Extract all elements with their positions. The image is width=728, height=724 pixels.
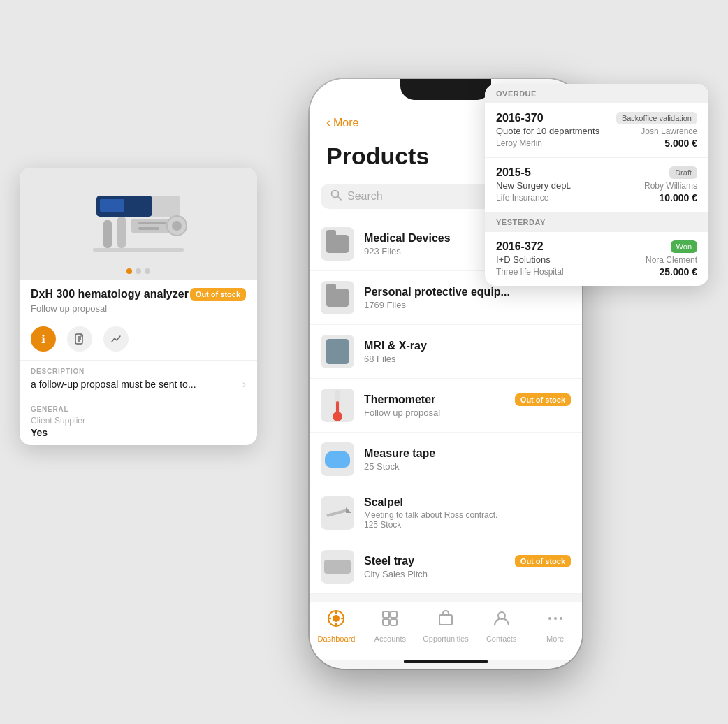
svg-rect-16 <box>391 619 397 625</box>
list-item[interactable]: Steel tray Out of stock City Sales Pitch <box>310 540 582 594</box>
nav-label-more: More <box>546 635 564 643</box>
dot-1 <box>126 268 132 274</box>
product-sub: City Sales Pitch <box>364 568 571 579</box>
nav-item-dashboard[interactable]: Dashboard <box>315 609 357 643</box>
product-name: Personal protective equip... <box>364 285 510 298</box>
product-name-row: Personal protective equip... <box>364 285 571 298</box>
chart-button[interactable] <box>103 326 129 352</box>
info-button[interactable]: ℹ <box>31 326 56 352</box>
product-thumbnail <box>321 389 354 422</box>
nav-label-contacts: Contacts <box>486 635 516 643</box>
overdue-amount: 5.000 € <box>664 138 697 149</box>
overdue-person: Roby Williams <box>644 181 697 191</box>
overdue-item[interactable]: 2015-5 Draft New Surgery dept. Roby Will… <box>485 158 708 212</box>
svg-marker-6 <box>346 507 351 513</box>
overdue-id: 2016-372 <box>496 240 544 253</box>
description-arrow-icon: › <box>242 378 246 391</box>
phone-notch <box>400 79 491 100</box>
more-icon <box>546 609 565 632</box>
overdue-row3: Quote for 10 departments Josh Lawrence <box>496 126 697 136</box>
svg-rect-5 <box>326 509 349 517</box>
product-thumbnail <box>321 496 354 530</box>
product-thumbnail <box>321 227 354 261</box>
search-icon <box>330 189 342 203</box>
nav-label-opportunities: Opportunities <box>423 635 468 643</box>
svg-rect-13 <box>383 611 389 618</box>
overdue-person: Nora Clement <box>646 255 697 265</box>
description-label: DESCRIPTION <box>31 368 246 375</box>
nav-item-more[interactable]: More <box>534 609 576 643</box>
product-sub: Meeting to talk about Ross contract.125 … <box>364 510 571 530</box>
bottom-nav: Dashboard Accounts <box>310 602 582 660</box>
product-thumbnail <box>321 335 354 368</box>
product-name-row: Thermometer Out of stock <box>364 393 571 405</box>
overdue-desc: I+D Solutions <box>496 254 551 265</box>
overdue-row1: 2016-372 Won <box>496 240 697 253</box>
product-name-row: MRI & X-ray <box>364 339 571 352</box>
list-item[interactable]: MRI & X-ray 68 Files <box>310 325 582 379</box>
svg-rect-15 <box>383 619 389 625</box>
overdue-amount: 10.000 € <box>660 192 698 203</box>
back-button[interactable]: ‹ More <box>326 115 358 130</box>
search-placeholder: Search <box>347 190 383 203</box>
backoffice-badge: Backoffice validation <box>616 112 697 124</box>
product-name: Measure tape <box>364 447 435 459</box>
back-chevron-icon: ‹ <box>326 115 330 130</box>
general-label: GENERAL <box>31 405 246 413</box>
overdue-item[interactable]: 2016-372 Won I+D Solutions Nora Clement … <box>485 232 708 286</box>
detail-out-of-stock-badge: Out of stock <box>190 288 246 301</box>
detail-card: DxH 300 hematology analyzer Out of stock… <box>20 168 257 445</box>
svg-point-21 <box>560 617 562 620</box>
product-info: Measure tape 25 Stock <box>364 447 571 471</box>
svg-point-8 <box>333 615 340 622</box>
list-item[interactable]: Measure tape 25 Stock <box>310 433 582 486</box>
product-name-row: Measure tape <box>364 447 571 459</box>
overdue-row1: 2016-370 Backoffice validation <box>496 112 697 124</box>
tray-icon <box>324 560 351 574</box>
list-item[interactable]: Thermometer Out of stock Follow up propo… <box>310 379 582 433</box>
detail-title-row: DxH 300 hematology analyzer Out of stock <box>20 280 257 303</box>
opportunities-icon <box>437 609 455 632</box>
svg-rect-26 <box>103 220 112 248</box>
overdue-row2: Life Insurance 10.000 € <box>496 192 697 203</box>
accounts-icon <box>381 609 399 632</box>
draft-badge: Draft <box>669 166 697 179</box>
dot-3 <box>145 268 150 274</box>
nav-item-contacts[interactable]: Contacts <box>481 609 523 643</box>
document-button[interactable] <box>67 326 92 352</box>
out-of-stock-badge: Out of stock <box>515 393 571 405</box>
product-sub: 25 Stock <box>364 461 571 471</box>
back-label: More <box>333 116 358 129</box>
description-text: a follow-up proposal must be sent to... <box>31 379 196 390</box>
svg-line-1 <box>338 196 342 200</box>
svg-rect-33 <box>93 248 184 252</box>
image-dots <box>126 268 150 274</box>
overdue-person: Josh Lawrence <box>641 126 697 136</box>
svg-rect-25 <box>100 199 124 212</box>
overdue-amount: 25.000 € <box>660 266 698 277</box>
svg-rect-31 <box>138 222 166 224</box>
dashboard-icon <box>327 609 345 632</box>
folder-icon <box>326 235 349 253</box>
svg-point-30 <box>172 221 182 231</box>
general-value: Yes <box>31 427 246 438</box>
overdue-item[interactable]: 2016-370 Backoffice validation Quote for… <box>485 103 708 158</box>
description-row[interactable]: a follow-up proposal must be sent to... … <box>31 378 246 391</box>
won-badge: Won <box>671 240 697 253</box>
xray-icon <box>326 339 349 364</box>
product-sub: Follow up proposal <box>364 407 571 417</box>
nav-item-opportunities[interactable]: Opportunities <box>423 609 468 643</box>
overdue-desc: Quote for 10 departments <box>496 126 599 136</box>
list-item[interactable]: Scalpel Meeting to talk about Ross contr… <box>310 486 582 540</box>
product-name-row: Steel tray Out of stock <box>364 554 571 567</box>
overdue-row3: New Surgery dept. Roby Williams <box>496 180 697 191</box>
overdue-row1: 2015-5 Draft <box>496 166 697 179</box>
overdue-company: Life Insurance <box>496 193 548 203</box>
product-name: Steel tray <box>364 554 414 567</box>
overdue-company: Leroy Merlin <box>496 138 542 148</box>
overdue-row2: Three life Hospital 25.000 € <box>496 266 697 277</box>
svg-point-20 <box>554 617 557 620</box>
nav-item-accounts[interactable]: Accounts <box>369 609 411 643</box>
overdue-desc: New Surgery dept. <box>496 180 572 191</box>
svg-rect-17 <box>439 615 452 625</box>
